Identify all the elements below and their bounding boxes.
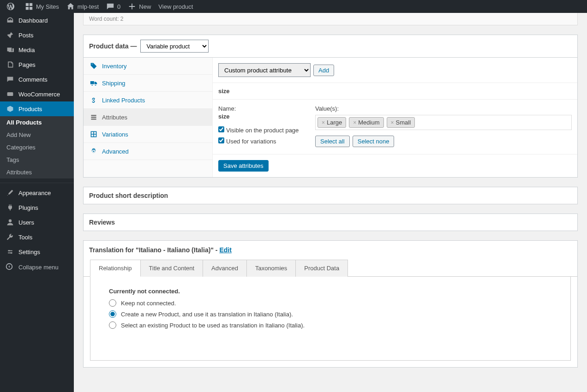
attribute-title[interactable]: size — [213, 83, 577, 100]
value-tags[interactable]: ×Large ×Medium ×Small — [315, 115, 572, 130]
select-all-button[interactable]: Select all — [315, 136, 350, 147]
menu-label: Pages — [18, 61, 36, 68]
menu-plugins[interactable]: Plugins — [0, 200, 74, 215]
reviews-box[interactable]: Reviews — [83, 214, 578, 231]
comments-link[interactable]: 0 — [102, 0, 124, 13]
word-count: Word count: 2 — [83, 13, 578, 25]
product-type-select[interactable]: Variable product — [140, 40, 209, 53]
gear-icon — [89, 148, 98, 155]
remove-icon[interactable]: × — [353, 119, 356, 126]
home-icon — [66, 2, 75, 11]
sites-icon — [25, 2, 33, 11]
short-description-heading: Product short description — [84, 187, 577, 204]
remove-icon[interactable]: × — [322, 119, 325, 126]
select-none-button[interactable]: Select none — [353, 136, 395, 147]
variations-checkbox-label[interactable]: Used for variations — [218, 137, 306, 145]
attribute-type-select[interactable]: Custom product attribute — [218, 63, 311, 77]
submenu-add-new[interactable]: Add New — [0, 129, 74, 141]
collapse-menu[interactable]: Collapse menu — [0, 259, 74, 275]
tab-linked-products[interactable]: Linked Products — [84, 92, 212, 109]
plug-icon — [6, 204, 15, 211]
values-label: Value(s): — [315, 105, 572, 112]
menu-settings[interactable]: Settings — [0, 244, 74, 259]
visible-checkbox-label[interactable]: Visible on the product page — [218, 126, 306, 134]
wordpress-icon — [6, 2, 15, 11]
tag-large[interactable]: ×Large — [317, 117, 346, 128]
tab-attributes[interactable]: Attributes — [84, 109, 212, 126]
short-description-box[interactable]: Product short description — [83, 187, 578, 204]
submenu-tags[interactable]: Tags — [0, 154, 74, 166]
view-product-label: View product — [158, 3, 193, 10]
translation-edit-link[interactable]: Edit — [219, 246, 231, 254]
menu-label: Media — [18, 47, 35, 53]
tab-product-data[interactable]: Product Data — [296, 260, 348, 277]
menu-posts[interactable]: Posts — [0, 28, 74, 42]
menu-users[interactable]: Users — [0, 215, 74, 230]
tab-label: Attributes — [102, 114, 127, 121]
menu-label: Tools — [18, 234, 32, 241]
visible-checkbox[interactable] — [218, 126, 224, 132]
tab-inventory[interactable]: Inventory — [84, 58, 212, 75]
view-product-link[interactable]: View product — [155, 0, 197, 13]
remove-icon[interactable]: × — [391, 119, 394, 126]
submenu-categories[interactable]: Categories — [0, 141, 74, 154]
tag-medium[interactable]: ×Medium — [349, 117, 383, 128]
menu-pages[interactable]: Pages — [0, 57, 74, 72]
tab-shipping[interactable]: Shipping — [84, 75, 212, 92]
menu-dashboard[interactable]: Dashboard — [0, 13, 74, 28]
new-link[interactable]: New — [124, 0, 155, 13]
menu-products[interactable]: Products — [0, 101, 74, 116]
products-submenu: All Products Add New Categories Tags Att… — [0, 116, 74, 178]
menu-label: Settings — [18, 249, 40, 255]
option-keep[interactable]: Keep not connected. — [109, 299, 552, 307]
svg-point-3 — [11, 252, 12, 254]
name-label: Name: — [218, 105, 306, 112]
page-icon — [6, 61, 15, 68]
settings-icon — [6, 248, 15, 255]
plus-icon — [128, 2, 136, 11]
comment-icon — [6, 76, 15, 83]
menu-media[interactable]: Media — [0, 42, 74, 57]
menu-label: Posts — [18, 32, 34, 39]
truck-icon — [89, 79, 98, 87]
menu-comments[interactable]: Comments — [0, 72, 74, 87]
my-sites-label: My Sites — [36, 3, 59, 10]
menu-appearance[interactable]: Appearance — [0, 185, 74, 200]
wp-logo[interactable] — [3, 0, 21, 13]
tab-taxonomies[interactable]: Taxonomies — [247, 260, 296, 277]
radio-keep[interactable] — [109, 299, 116, 307]
translation-tabs: Relationship Title and Content Advanced … — [84, 259, 577, 277]
tab-title-content[interactable]: Title and Content — [141, 260, 204, 277]
tab-label: Inventory — [102, 63, 126, 70]
grid-icon — [89, 131, 98, 138]
option-select[interactable]: Select an existing Product to be used as… — [109, 321, 552, 329]
svg-point-1 — [9, 220, 12, 222]
comment-icon — [106, 2, 114, 11]
tab-advanced[interactable]: Advanced — [203, 260, 247, 277]
menu-woocommerce[interactable]: WooCommerce — [0, 87, 74, 101]
menu-label: Comments — [18, 76, 48, 83]
add-attribute-button[interactable]: Add — [313, 65, 334, 76]
tab-advanced[interactable]: Advanced — [84, 143, 212, 160]
tab-label: Variations — [102, 131, 128, 138]
tab-relationship[interactable]: Relationship — [90, 260, 141, 277]
option-create[interactable]: Create a new Product, and use it as tran… — [109, 310, 552, 318]
reviews-heading: Reviews — [84, 214, 577, 231]
collapse-icon — [6, 263, 15, 272]
radio-select[interactable] — [109, 321, 116, 329]
save-attributes-button[interactable]: Save attributes — [218, 160, 269, 172]
menu-label: Products — [18, 106, 42, 113]
site-name-link[interactable]: mlp-test — [63, 0, 102, 13]
tab-label: Linked Products — [102, 97, 145, 104]
tab-variations[interactable]: Variations — [84, 126, 212, 143]
menu-tools[interactable]: Tools — [0, 230, 74, 244]
submenu-all-products[interactable]: All Products — [0, 116, 74, 129]
my-sites-link[interactable]: My Sites — [21, 0, 63, 13]
user-icon — [6, 219, 15, 226]
variations-checkbox[interactable] — [218, 137, 224, 143]
tag-small[interactable]: ×Small — [387, 117, 415, 128]
radio-create[interactable] — [109, 310, 116, 318]
submenu-attributes[interactable]: Attributes — [0, 166, 74, 178]
attribute-name: size — [218, 113, 306, 120]
product-data-tabs: Inventory Shipping Linked Products Attri… — [84, 58, 213, 177]
